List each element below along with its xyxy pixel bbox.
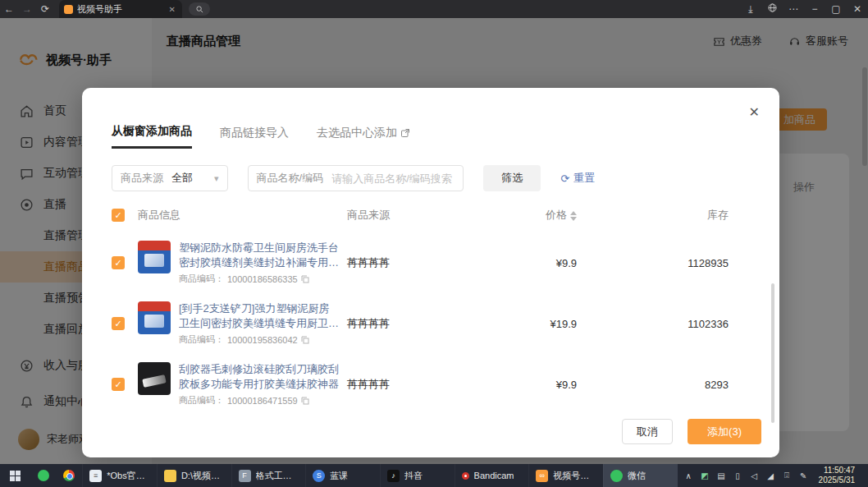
product-stock: 1102336 xyxy=(577,318,729,330)
tray-pen-icon[interactable]: ✎ xyxy=(799,471,808,480)
app-window: 视频号·助手 首页 内容管理 互动管理 直播 直播管理 直播商品管理 直播预告 … xyxy=(0,18,868,464)
product-stock: 8293 xyxy=(577,379,729,391)
sort-icon[interactable] xyxy=(570,211,577,221)
tray-device-icon[interactable]: ▯ xyxy=(733,471,742,480)
table-row: ✓ [到手2支送铲刀]强力塑钢泥厨房卫生间密封胶美缝填缝专用厨卫密封胶150M.… xyxy=(82,293,779,354)
select-all-checkbox[interactable]: ✓ xyxy=(112,209,125,222)
browser-refresh-button[interactable]: ⟳ xyxy=(36,3,54,15)
name-search-input[interactable] xyxy=(331,172,455,185)
taskbar-app-channels-live[interactable]: ∞ 视频号直播伴侣 xyxy=(528,464,603,487)
product-source: 苒苒苒苒 xyxy=(347,377,470,392)
product-title-link[interactable]: [到手2支送铲刀]强力塑钢泥厨房卫生间密封胶美缝填缝专用厨卫密封胶150M... xyxy=(179,301,340,330)
clock-date: 2025/5/31 xyxy=(819,476,856,486)
tab-label: 从橱窗添加商品 xyxy=(112,124,192,139)
product-price: ¥19.9 xyxy=(470,318,577,330)
product-thumbnail xyxy=(138,301,171,334)
taskbar-app-folder[interactable]: D:\视频号直播... xyxy=(157,464,231,487)
product-code-label: 商品编码： xyxy=(179,333,224,346)
tray-monitor-icon[interactable]: ▤ xyxy=(717,471,726,480)
row-checkbox[interactable]: ✓ xyxy=(112,317,125,330)
address-search-button[interactable] xyxy=(189,2,210,16)
column-header-source: 商品来源 xyxy=(347,208,470,223)
folder-icon xyxy=(164,470,176,482)
column-header-info: 商品信息 xyxy=(138,208,347,223)
taskbar-chrome-icon[interactable] xyxy=(57,464,82,487)
product-title-link[interactable]: 刮胶器毛刺修边滚硅胶刮刀璃胶刮胶板多功能专用打胶美缝抹胶神器 xyxy=(179,362,340,391)
tab-label: 商品链接导入 xyxy=(220,126,289,140)
reset-label: 重置 xyxy=(573,171,595,186)
tray-usb-icon[interactable]: ⍗ xyxy=(783,471,792,480)
product-price: ¥9.9 xyxy=(470,257,577,269)
taskbar-app-bandicam[interactable]: Bandicam xyxy=(455,464,529,487)
tray-volume-icon[interactable]: ◁ xyxy=(750,471,759,480)
notepad-icon: ≡ xyxy=(89,470,102,482)
modal-scrollbar[interactable] xyxy=(771,283,774,423)
table-header-row: ✓ 商品信息 商品来源 价格 库存 xyxy=(82,198,779,232)
product-thumbnail xyxy=(138,241,171,273)
column-header-price[interactable]: 价格 xyxy=(470,208,577,223)
window-restore-button[interactable]: ▢ xyxy=(825,3,847,15)
confirm-add-button[interactable]: 添加(3) xyxy=(688,419,761,444)
copy-icon[interactable] xyxy=(301,397,309,405)
product-title-link[interactable]: 塑钢泥防水防霉卫生间厨房洗手台密封胶填缝剂美缝封边补漏专用胶150ml... xyxy=(179,241,340,269)
tab-close-icon[interactable]: ✕ xyxy=(167,5,177,14)
tab-selection-center[interactable]: 去选品中心添加 xyxy=(317,124,410,149)
taskbar-wechat-mini-icon[interactable] xyxy=(30,464,56,487)
filter-button[interactable]: 筛选 xyxy=(483,165,541,191)
product-price: ¥9.9 xyxy=(470,379,577,391)
row-checkbox[interactable]: ✓ xyxy=(112,256,125,269)
external-link-icon xyxy=(400,128,410,138)
cancel-button[interactable]: 取消 xyxy=(622,419,673,444)
channels-live-icon: ∞ xyxy=(536,470,548,482)
add-products-modal: ✕ 从橱窗添加商品 商品链接导入 去选品中心添加 商品来源 全部 ▾ 商品名称/… xyxy=(82,88,779,457)
globe-icon[interactable] xyxy=(761,3,783,15)
modal-close-icon[interactable]: ✕ xyxy=(749,106,760,119)
browser-forward-button[interactable]: → xyxy=(18,3,36,15)
browser-tab[interactable]: 视频号助手 ✕ xyxy=(59,0,182,18)
start-button[interactable] xyxy=(0,464,30,487)
taskbar-clock[interactable]: 11:50:47 2025/5/31 xyxy=(815,466,862,486)
tab-import-by-link[interactable]: 商品链接导入 xyxy=(220,124,289,149)
browser-back-button[interactable]: ← xyxy=(0,3,18,15)
tab-title: 视频号助手 xyxy=(77,3,167,16)
taskbar-app-lanke[interactable]: S 蓝课 xyxy=(305,464,380,487)
source-select-value: 全部 xyxy=(171,171,193,186)
tab-label: 去选品中心添加 xyxy=(317,126,397,140)
tray-expand-icon[interactable]: ∧ xyxy=(684,471,693,480)
reset-button[interactable]: ⟳ 重置 xyxy=(560,171,595,186)
taskbar-app-wechat[interactable]: 微信 xyxy=(603,464,678,487)
product-code: 10000186471559 xyxy=(227,396,298,406)
window-close-button[interactable]: ✕ xyxy=(847,3,868,15)
chevron-down-icon: ▾ xyxy=(214,173,219,184)
copy-icon[interactable] xyxy=(301,336,309,344)
douyin-icon: ♪ xyxy=(387,470,400,482)
product-source: 苒苒苒苒 xyxy=(347,255,470,270)
source-select-label: 商品来源 xyxy=(121,171,163,186)
taskbar-app-formatfactory[interactable]: F 格式工厂 X64 ... xyxy=(231,464,306,487)
browser-menu-icon[interactable]: ⋯ xyxy=(783,3,804,15)
lanke-icon: S xyxy=(313,470,325,482)
copy-icon[interactable] xyxy=(301,275,309,283)
product-code: 10000186586335 xyxy=(227,274,298,284)
table-row: ✓ 塑钢泥防水防霉卫生间厨房洗手台密封胶填缝剂美缝封边补漏专用胶150ml...… xyxy=(82,232,779,293)
tray-network-icon[interactable]: ◢ xyxy=(766,471,775,480)
row-checkbox[interactable]: ✓ xyxy=(112,378,125,391)
search-icon xyxy=(196,6,203,13)
download-icon[interactable]: ⤓ xyxy=(740,3,761,15)
source-select[interactable]: 商品来源 全部 ▾ xyxy=(112,165,228,191)
product-stock: 1128935 xyxy=(577,257,729,269)
tab-favicon xyxy=(64,5,73,14)
table-row: ✓ 刮胶器毛刺修边滚硅胶刮刀璃胶刮胶板多功能专用打胶美缝抹胶神器 商品编码：10… xyxy=(82,354,779,415)
tray-chat-icon[interactable]: ◩ xyxy=(701,471,710,480)
taskbar-app-douyin[interactable]: ♪ 抖音 xyxy=(380,464,455,487)
product-code-label: 商品编码： xyxy=(179,394,224,407)
formatfactory-icon: F xyxy=(239,470,251,482)
filter-bar: 商品来源 全部 ▾ 商品名称/编码 筛选 ⟳ 重置 xyxy=(82,149,779,191)
taskbar-app-notepad[interactable]: ≡ *Obs官网电脑... xyxy=(82,464,157,487)
window-minimize-button[interactable]: − xyxy=(804,3,825,15)
tab-add-from-showcase[interactable]: 从橱窗添加商品 xyxy=(112,124,192,149)
product-code: 10000195836042 xyxy=(227,335,298,345)
product-source: 苒苒苒苒 xyxy=(347,316,470,331)
column-header-stock: 库存 xyxy=(577,208,729,223)
bandicam-icon xyxy=(462,472,469,480)
